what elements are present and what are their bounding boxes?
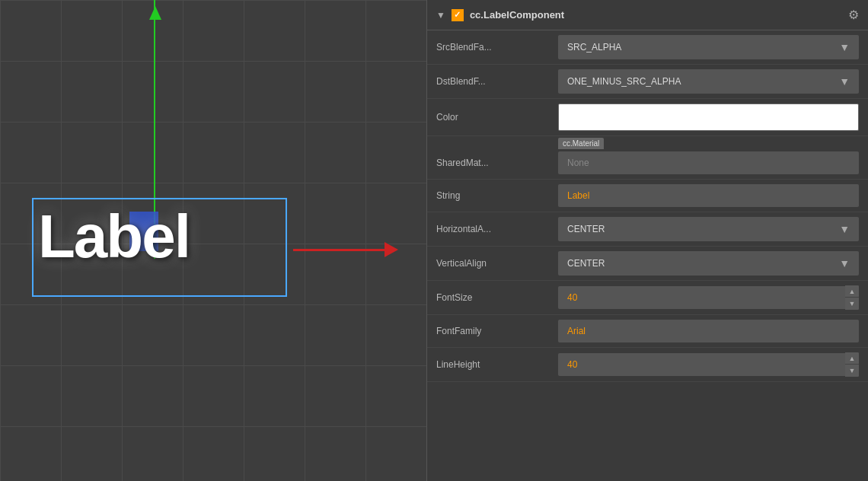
- font-size-decrement-button[interactable]: ▼: [845, 298, 859, 310]
- line-height-field-wrapper: 40 ▲ ▼: [558, 352, 859, 377]
- horiz-align-label: HorizontalA...: [436, 224, 558, 234]
- horiz-align-arrow-icon: ▼: [839, 223, 850, 235]
- font-size-label: FontSize: [436, 292, 558, 303]
- horiz-align-text: CENTER: [567, 224, 605, 234]
- vert-align-text: CENTER: [567, 258, 605, 269]
- canvas-panel: Label: [0, 0, 426, 481]
- src-blend-label: SrcBlendFa...: [436, 42, 558, 53]
- color-value[interactable]: [558, 104, 859, 131]
- dst-blend-row: DstBlendF... ONE_MINUS_SRC_ALPHA ▼: [427, 65, 868, 99]
- dst-blend-arrow-icon: ▼: [839, 75, 850, 88]
- vert-align-row: VerticalAlign CENTER ▼: [427, 247, 868, 281]
- color-label: Color: [436, 112, 558, 123]
- green-arrow-up: [149, 6, 161, 20]
- font-family-field[interactable]: Arial: [558, 320, 859, 342]
- red-pointer-arrow: [293, 242, 398, 257]
- red-arrow-line: [293, 249, 385, 251]
- font-size-field[interactable]: 40: [558, 286, 845, 309]
- string-value[interactable]: Label: [558, 184, 859, 207]
- font-family-value[interactable]: Arial: [558, 320, 859, 342]
- src-blend-dropdown[interactable]: SRC_ALPHA ▼: [558, 35, 859, 59]
- color-row: Color: [427, 99, 868, 136]
- line-height-increment-button[interactable]: ▲: [845, 352, 859, 365]
- horiz-align-value[interactable]: CENTER ▼: [558, 217, 859, 241]
- component-header: ▼ cc.LabelComponent ⚙: [427, 0, 868, 30]
- font-size-value[interactable]: 40 ▲ ▼: [558, 285, 859, 310]
- color-picker-field[interactable]: [558, 104, 859, 131]
- src-blend-row: SrcBlendFa... SRC_ALPHA ▼: [427, 30, 868, 65]
- src-blend-text: SRC_ALPHA: [567, 42, 621, 53]
- gear-icon[interactable]: ⚙: [848, 8, 859, 22]
- component-enabled-checkbox[interactable]: [452, 9, 464, 21]
- font-family-row: FontFamily Arial: [427, 315, 868, 348]
- font-size-spinner[interactable]: ▲ ▼: [845, 285, 859, 310]
- collapse-arrow-icon[interactable]: ▼: [436, 10, 445, 21]
- font-size-field-wrapper: 40 ▲ ▼: [558, 285, 859, 310]
- font-size-row: FontSize 40 ▲ ▼: [427, 281, 868, 315]
- shared-mat-value-wrapper: cc.Material None: [558, 151, 859, 174]
- horiz-align-row: HorizontalA... CENTER ▼: [427, 212, 868, 247]
- dst-blend-dropdown[interactable]: ONE_MINUS_SRC_ALPHA ▼: [558, 69, 859, 94]
- component-title: cc.LabelComponent: [470, 9, 842, 21]
- string-label: String: [436, 190, 558, 201]
- canvas-label-text: Label: [38, 202, 190, 272]
- vert-align-label: VerticalAlign: [436, 258, 558, 269]
- horiz-align-dropdown[interactable]: CENTER ▼: [558, 217, 859, 241]
- line-height-spinner[interactable]: ▲ ▼: [845, 352, 859, 377]
- line-height-label: LineHeight: [436, 359, 558, 370]
- line-height-decrement-button[interactable]: ▼: [845, 365, 859, 377]
- line-height-field[interactable]: 40: [558, 353, 845, 376]
- src-blend-arrow-icon: ▼: [839, 41, 850, 53]
- dst-blend-label: DstBlendF...: [436, 76, 558, 87]
- shared-mat-tag: cc.Material: [558, 138, 604, 149]
- dst-blend-value[interactable]: ONE_MINUS_SRC_ALPHA ▼: [558, 69, 859, 94]
- string-row: String Label: [427, 180, 868, 212]
- shared-mat-field[interactable]: None: [558, 151, 859, 174]
- vert-align-dropdown[interactable]: CENTER ▼: [558, 251, 859, 276]
- red-arrow-head: [385, 242, 398, 257]
- vert-align-value[interactable]: CENTER ▼: [558, 251, 859, 276]
- font-family-label: FontFamily: [436, 326, 558, 336]
- vert-align-arrow-icon: ▼: [839, 257, 850, 269]
- line-height-row: LineHeight 40 ▲ ▼: [427, 348, 868, 382]
- line-height-value[interactable]: 40 ▲ ▼: [558, 352, 859, 377]
- font-size-increment-button[interactable]: ▲: [845, 285, 859, 298]
- string-field[interactable]: Label: [558, 184, 859, 207]
- shared-mat-row: SharedMat... cc.Material None: [427, 136, 868, 180]
- dst-blend-text: ONE_MINUS_SRC_ALPHA: [567, 76, 681, 87]
- shared-mat-label: SharedMat...: [436, 158, 558, 168]
- properties-panel: ▼ cc.LabelComponent ⚙ SrcBlendFa... SRC_…: [426, 0, 868, 481]
- src-blend-value[interactable]: SRC_ALPHA ▼: [558, 35, 859, 59]
